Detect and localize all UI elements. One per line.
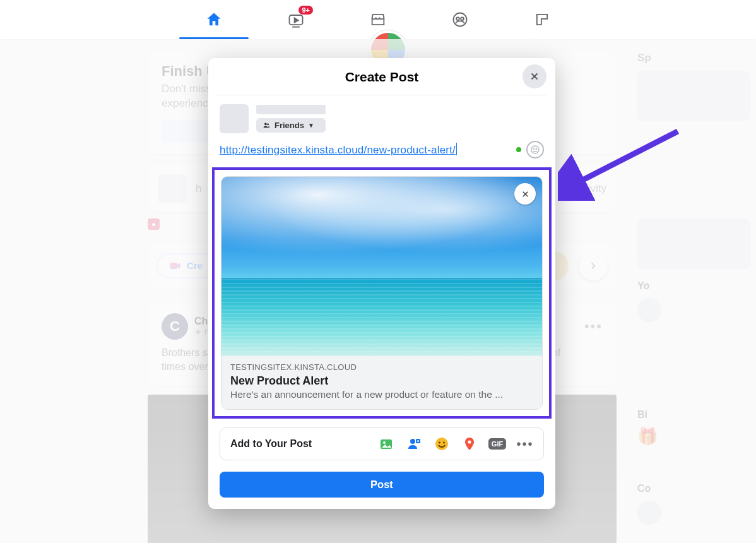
composer-text-area[interactable]: http://testingsitex.kinsta.cloud/new-pro… [208,137,555,161]
svg-point-1 [454,13,467,27]
audience-label: Friends [275,121,304,130]
location-pin-icon [462,436,477,451]
svg-point-15 [439,442,440,444]
svg-point-12 [410,439,415,444]
svg-point-9 [536,148,536,149]
audience-selector[interactable]: Friends ▼ [256,118,326,133]
close-icon [529,71,540,82]
tag-person-icon [406,436,422,451]
svg-point-11 [383,441,386,444]
add-photo-button[interactable] [378,436,394,452]
svg-point-6 [267,123,269,125]
photo-icon [379,436,394,451]
composer-user-row: Friends ▼ [208,95,555,137]
svg-point-16 [443,442,445,444]
tab-gaming[interactable] [501,0,583,39]
link-preview-card[interactable]: TESTINGSITEX.KINSTA.CLOUD New Product Al… [221,176,543,410]
link-preview-image [221,177,542,356]
more-options-button[interactable]: ••• [517,436,533,452]
feeling-icon [434,436,449,451]
svg-point-2 [456,18,459,21]
friends-icon [263,121,271,129]
tab-home[interactable] [173,0,255,39]
svg-point-7 [531,146,539,153]
status-indicator [516,147,521,152]
create-post-modal: Create Post Friends ▼ http://testingsite… [208,58,555,509]
svg-point-3 [461,18,464,21]
groups-icon [451,11,469,28]
link-preview-domain: TESTINGSITEX.KINSTA.CLOUD [230,362,533,372]
svg-point-14 [435,438,448,450]
svg-point-17 [468,440,471,443]
gaming-icon [533,11,551,28]
modal-close-button[interactable] [523,64,546,88]
composer-user-avatar [220,104,249,133]
check-in-button[interactable] [461,436,478,452]
gif-icon: GIF [488,438,506,450]
link-preview-description: Here's an announcement for a new product… [230,389,533,400]
smile-icon [530,145,540,155]
post-submit-label: Post [370,479,393,490]
close-icon [521,189,530,199]
gif-button[interactable]: GIF [489,436,505,452]
post-submit-button[interactable]: Post [220,472,544,498]
composer-url-text: http://testingsitex.kinsta.cloud/new-pro… [220,143,511,157]
modal-title: Create Post [217,69,546,85]
feeling-activity-button[interactable] [434,436,450,452]
emoji-picker-button[interactable] [526,141,544,158]
tab-groups[interactable] [419,0,501,39]
marketplace-icon [369,11,387,28]
caret-down-icon: ▼ [308,122,314,129]
svg-point-8 [533,148,534,149]
tag-people-button[interactable] [406,436,422,452]
home-icon [205,11,223,28]
add-to-post-label: Add to Your Post [230,438,312,450]
composer-user-name [256,105,326,114]
watch-badge: 9+ [298,6,313,15]
link-preview-highlight-box: TESTINGSITEX.KINSTA.CLOUD New Product Al… [212,167,552,419]
svg-point-5 [264,122,267,125]
link-preview-title: New Product Alert [230,374,533,388]
tab-watch[interactable]: 9+ [255,0,337,39]
remove-preview-button[interactable] [514,183,536,205]
add-to-post-row: Add to Your Post GIF ••• [220,427,544,460]
